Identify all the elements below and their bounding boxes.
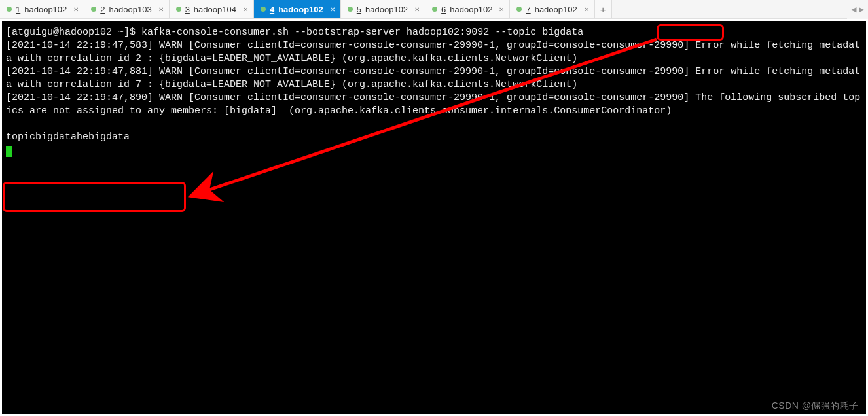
tab-label: hadoop102 [450, 5, 492, 14]
add-tab-button[interactable]: + [595, 0, 612, 18]
tab-label: hadoop104 [194, 5, 236, 14]
close-icon[interactable]: ✕ [581, 6, 589, 13]
tab-num: 7 [526, 5, 530, 14]
tab-num: 4 [270, 5, 274, 14]
status-dot-icon [261, 7, 266, 12]
tab-4-active[interactable]: 4 hadoop102 ✕ [254, 0, 341, 18]
tab-6[interactable]: 6 hadoop102 ✕ [425, 0, 510, 18]
status-dot-icon [7, 7, 12, 12]
tab-label: hadoop102 [24, 5, 67, 14]
tab-label: hadoop102 [365, 5, 408, 14]
tab-7[interactable]: 7 hadoop102 ✕ [510, 0, 594, 18]
tab-num: 1 [16, 5, 20, 14]
close-icon[interactable]: ✕ [156, 6, 164, 13]
status-dot-icon [91, 7, 96, 12]
tab-5[interactable]: 5 hadoop102 ✕ [341, 0, 425, 18]
tab-2[interactable]: 2 hadoop103 ✕ [84, 0, 169, 18]
tab-num: 3 [185, 5, 190, 14]
close-icon[interactable]: ✕ [71, 6, 79, 13]
cursor-icon [6, 146, 12, 157]
log-line: [2021-10-14 22:19:47,881] WARN [Consumer… [6, 66, 860, 90]
status-dot-icon [176, 7, 181, 12]
command-text: kafka-console-consumer.sh --bootstrap-se… [141, 27, 542, 38]
tab-num: 2 [100, 5, 105, 14]
topic-arg: bigdata [542, 27, 583, 38]
log-line: [2021-10-14 22:19:47,890] WARN [Consumer… [6, 92, 860, 116]
close-icon[interactable]: ✕ [496, 6, 504, 13]
watermark: CSDN @倔强的耗子 [772, 400, 859, 412]
close-icon[interactable]: ✕ [327, 6, 335, 13]
tab-3[interactable]: 3 hadoop104 ✕ [170, 0, 254, 18]
terminal-output[interactable]: [atguigu@hadoop102 ~]$ kafka-console-con… [2, 21, 866, 414]
status-dot-icon [348, 7, 353, 12]
tab-num: 6 [441, 5, 446, 14]
status-dot-icon [432, 7, 437, 12]
tab-label: hadoop103 [109, 5, 152, 14]
close-icon[interactable]: ✕ [240, 6, 248, 13]
nav-right-icon[interactable]: ▶ [859, 5, 864, 14]
status-dot-icon [516, 7, 522, 12]
log-line: [2021-10-14 22:19:47,583] WARN [Consumer… [6, 40, 860, 64]
nav-left-icon[interactable]: ◀ [851, 5, 856, 14]
tab-label: hadoop102 [278, 5, 323, 14]
tab-label: hadoop102 [535, 5, 577, 14]
tab-1[interactable]: 1 hadoop102 ✕ [0, 0, 84, 18]
tab-bar: 1 hadoop102 ✕ 2 hadoop103 ✕ 3 hadoop104 … [0, 0, 868, 19]
tab-num: 5 [357, 5, 361, 14]
consumed-message: topicbigdatahebigdata [6, 131, 130, 143]
shell-prompt: [atguigu@hadoop102 ~]$ [6, 27, 141, 38]
close-icon[interactable]: ✕ [412, 6, 420, 13]
tab-nav: ◀ ▶ [847, 0, 868, 19]
